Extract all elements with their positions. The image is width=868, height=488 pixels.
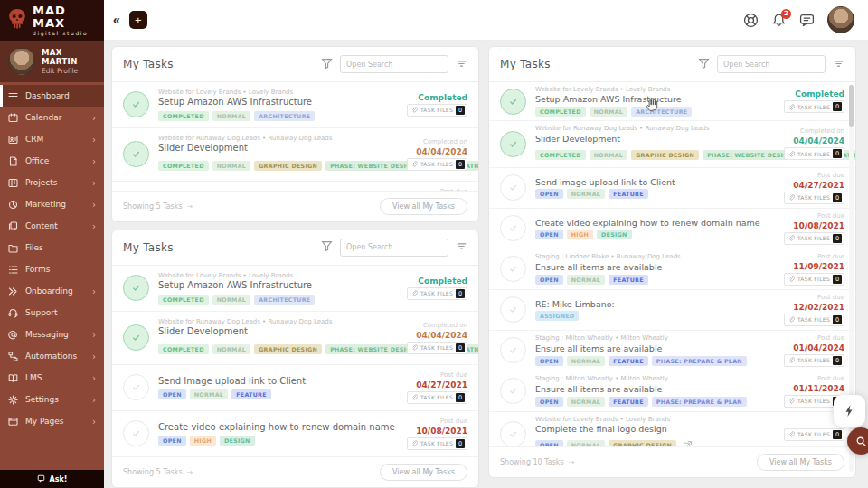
task-files-badge[interactable]: TASK FILES0 xyxy=(407,104,467,117)
sort-icon[interactable] xyxy=(833,56,844,73)
paperclip-icon xyxy=(411,440,418,446)
sidebar-item-content[interactable]: Content› xyxy=(0,215,104,237)
sidebar-item-my-pages[interactable]: My Pages› xyxy=(0,410,104,432)
sort-icon[interactable] xyxy=(456,56,467,73)
link-icon xyxy=(683,440,693,446)
search-input[interactable] xyxy=(340,55,448,73)
task-open-check-icon[interactable] xyxy=(500,337,526,363)
view-all-tasks-button[interactable]: View all My Tasks xyxy=(380,464,467,481)
task-row[interactable]: Website for Lovely Brands • Lovely Brand… xyxy=(112,82,478,128)
add-button[interactable]: + xyxy=(129,11,147,29)
filter-funnel-icon[interactable] xyxy=(698,56,710,73)
filter-funnel-icon[interactable] xyxy=(321,56,333,73)
view-all-tasks-button[interactable]: View all My Tasks xyxy=(380,198,467,215)
search-input[interactable] xyxy=(340,239,448,257)
user-avatar[interactable] xyxy=(827,6,854,33)
collapse-sidebar-button[interactable]: « xyxy=(113,13,120,27)
ask-bar[interactable]: Ask! xyxy=(0,470,104,488)
status-label: Post due xyxy=(817,212,844,220)
showing-tasks-link[interactable]: Showing 10 Tasks→ xyxy=(500,458,574,466)
tag-badge: OPEN xyxy=(535,397,563,407)
task-open-check-icon[interactable] xyxy=(500,421,526,446)
check-icon xyxy=(507,304,519,315)
task-files-badge[interactable]: TASK FILES0 xyxy=(784,273,844,286)
task-open-check-icon[interactable] xyxy=(500,174,526,201)
sidebar-item-calendar[interactable]: Calendar› xyxy=(0,107,104,128)
help-icon[interactable] xyxy=(743,13,759,28)
search-input[interactable] xyxy=(717,55,826,73)
task-open-check-icon[interactable] xyxy=(123,374,149,400)
task-open-check-icon[interactable] xyxy=(500,378,526,404)
task-files-badge[interactable]: TASK FILES0 xyxy=(784,428,844,441)
sidebar-item-automations[interactable]: Automations› xyxy=(0,345,104,367)
profile-name: MAX MARTIN xyxy=(42,48,96,66)
sidebar-item-support[interactable]: Support xyxy=(0,302,104,324)
task-files-badge[interactable]: TASK FILES0 xyxy=(407,342,467,354)
sidebar-item-onboarding[interactable]: Onboarding› xyxy=(0,280,104,302)
task-complete-check-icon[interactable] xyxy=(123,324,149,351)
task-row[interactable]: Send Image upload link to ClientOPENNORM… xyxy=(112,365,478,411)
task-row[interactable]: Website for Lovely Brands • Lovely Brand… xyxy=(489,82,855,121)
task-complete-check-icon[interactable] xyxy=(500,89,526,115)
floating-search-button[interactable] xyxy=(847,427,868,455)
task-files-badge[interactable]: TASK FILES0 xyxy=(784,100,844,113)
filter-funnel-icon[interactable] xyxy=(321,239,333,256)
showing-tasks-link[interactable]: Showing 5 Tasks→ xyxy=(123,202,193,211)
task-files-badge[interactable]: TASK FILES0 xyxy=(784,314,844,326)
task-row[interactable]: Send image upload link to ClientOPENNORM… xyxy=(489,168,855,209)
showing-tasks-link[interactable]: Showing 5 Tasks→ xyxy=(123,468,193,476)
task-files-badge[interactable]: TASK FILES0 xyxy=(784,354,844,367)
task-row[interactable]: Create video explaining how to renew dom… xyxy=(112,411,478,456)
sidebar-item-crm[interactable]: CRM› xyxy=(0,128,104,150)
task-open-check-icon[interactable] xyxy=(500,296,526,323)
task-files-badge[interactable]: TASK FILES0 xyxy=(784,232,844,245)
task-files-badge[interactable]: TASK FILES0 xyxy=(407,437,467,450)
task-row[interactable]: RE: Mike Limbano:ASSIGNEDPost due12/02/2… xyxy=(489,290,855,331)
task-row[interactable]: Staging : Milton Wheatly • Milton Wheatl… xyxy=(489,331,855,371)
sidebar-item-office[interactable]: Office› xyxy=(0,150,104,172)
sidebar-item-files[interactable]: Files xyxy=(0,237,104,258)
task-files-badge[interactable]: TASK FILES0 xyxy=(784,147,844,160)
sidebar-item-dashboard[interactable]: Dashboard xyxy=(0,85,104,107)
task-row[interactable]: Website for Runaway Dog Leads • Runaway … xyxy=(489,121,855,167)
task-row[interactable]: Staging : Lindner Blake • Runaway Dog Le… xyxy=(489,249,855,290)
task-complete-check-icon[interactable] xyxy=(123,141,149,167)
task-row[interactable]: Website for Lovely Brands • Lovely Brand… xyxy=(112,266,478,312)
task-open-check-icon[interactable] xyxy=(500,256,526,282)
view-all-tasks-button[interactable]: View all My Tasks xyxy=(757,454,844,471)
scrollbar-thumb[interactable] xyxy=(849,85,854,127)
task-row[interactable]: Website for Lovely Brands • Lovely Brand… xyxy=(489,412,855,446)
task-status-area: Post due10/08/2021TASK FILES0 xyxy=(407,418,467,450)
paperclip-icon xyxy=(788,194,795,201)
task-row[interactable]: Staging : Milton Wheatly • Milton Wheatl… xyxy=(489,371,855,412)
task-files-badge[interactable]: TASK FILES0 xyxy=(784,192,844,204)
task-files-badge[interactable]: TASK FILES0 xyxy=(407,158,467,171)
task-files-badge[interactable]: TASK FILES0 xyxy=(407,391,467,404)
edit-profile-link[interactable]: Edit Profile xyxy=(42,67,96,75)
task-files-badge[interactable]: TASK FILES0 xyxy=(407,287,467,300)
paperclip-icon xyxy=(788,357,795,363)
sidebar-item-forms[interactable]: Forms xyxy=(0,258,104,280)
sidebar-item-projects[interactable]: Projects› xyxy=(0,172,104,193)
sidebar-item-settings[interactable]: Settings› xyxy=(0,389,104,410)
task-open-check-icon[interactable] xyxy=(500,215,526,241)
sort-icon[interactable] xyxy=(456,239,467,256)
link-icon[interactable] xyxy=(680,436,693,446)
sidebar-item-marketing[interactable]: Marketing› xyxy=(0,193,104,215)
profile-avatar[interactable] xyxy=(8,48,35,75)
task-open-check-icon[interactable] xyxy=(123,420,149,446)
task-row[interactable]: Website for Runaway Dog Leads • Runaway … xyxy=(112,312,478,365)
quick-actions-bolt-button[interactable] xyxy=(834,395,865,427)
messages-icon[interactable] xyxy=(799,13,815,28)
task-complete-check-icon[interactable] xyxy=(500,131,526,157)
task-row[interactable]: Website for Runaway Dog Leads • Runaway … xyxy=(112,128,478,182)
profile-card[interactable]: MAX MARTIN Edit Profile xyxy=(0,41,104,82)
sidebar-item-messaging[interactable]: Messaging› xyxy=(0,324,104,345)
sidebar-item-lms[interactable]: LMS› xyxy=(0,367,104,389)
task-complete-check-icon[interactable] xyxy=(123,91,149,117)
notifications-bell-icon[interactable]: 2 xyxy=(771,13,787,28)
task-row[interactable]: Send image upload link to ClientOPENNORM… xyxy=(112,182,478,191)
task-row[interactable]: Create video explaining how to renew dom… xyxy=(489,209,855,249)
sidebar-item-label: Calendar xyxy=(25,113,61,122)
task-complete-check-icon[interactable] xyxy=(123,275,149,301)
